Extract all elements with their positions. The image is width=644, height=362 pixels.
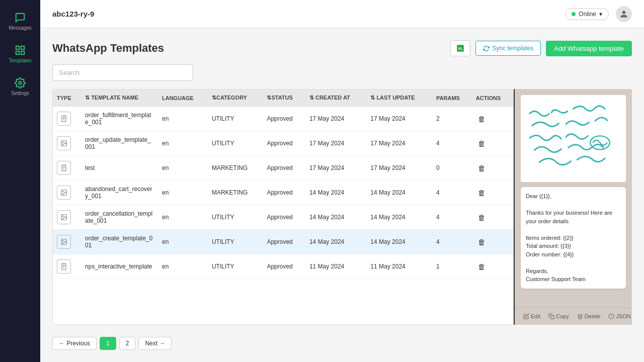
cell-category: MARKETING	[208, 180, 263, 205]
prev-page-button[interactable]: ← Previous	[52, 337, 97, 350]
online-dot	[572, 12, 576, 16]
col-status[interactable]: ⇅STATUS	[263, 89, 305, 107]
preview-edit-label: Edit	[531, 313, 540, 319]
delete-row-button[interactable]: 🗑	[476, 163, 488, 173]
type-img-icon	[57, 186, 71, 200]
preview-copy-label: Copy	[556, 313, 569, 319]
svg-text:XL: XL	[458, 46, 463, 51]
page-2-button[interactable]: 2	[119, 337, 136, 350]
cell-params: 2	[432, 107, 472, 131]
cell-updated: 17 May 2024	[366, 107, 432, 131]
next-page-button[interactable]: Next →	[138, 337, 172, 350]
page-content: WhatsApp Templates XL Sync templates Add…	[40, 28, 644, 362]
cell-created: 14 May 2024	[305, 205, 366, 230]
cell-language: en	[158, 254, 208, 279]
table-row[interactable]: order_create_template_001 en UTILITY App…	[53, 230, 513, 254]
svg-rect-0	[16, 46, 19, 49]
preview-text: Dear {{1}},Thanks for your business! Her…	[526, 193, 612, 282]
cell-category: UTILITY	[208, 131, 263, 156]
preview-edit-button[interactable]: Edit	[521, 312, 543, 321]
add-template-label: Add Whatsapp template	[554, 45, 624, 52]
page-title: WhatsApp Templates	[52, 42, 164, 55]
svg-point-4	[19, 81, 22, 84]
delete-row-button[interactable]: 🗑	[476, 261, 488, 272]
cell-actions: 🗑	[472, 254, 513, 279]
svg-rect-2	[21, 51, 24, 54]
table-preview-row: TYPE ⇅ TEMPLATE NAME LANGUAGE ⇅CATEGORY …	[52, 89, 632, 325]
col-language: LANGUAGE	[158, 89, 208, 107]
cell-status: Approved	[263, 254, 305, 279]
cell-updated: 17 May 2024	[366, 131, 432, 156]
cell-created: 17 May 2024	[305, 156, 366, 180]
sidebar-item-messages[interactable]: Messages	[0, 5, 40, 38]
preview-json-button[interactable]: JSON	[606, 312, 632, 321]
excel-export-button[interactable]: XL	[450, 40, 470, 56]
table-row[interactable]: nps_interactive_template en UTILITY Appr…	[53, 254, 513, 279]
preview-copy-button[interactable]: Copy	[546, 312, 572, 321]
table-row[interactable]: abandoned_cart_recovery_001 en MARKETING…	[53, 180, 513, 205]
sidebar-item-settings[interactable]: Settings	[0, 70, 40, 103]
cell-language: en	[158, 107, 208, 131]
sidebar-label-settings: Settings	[11, 90, 29, 96]
cell-status: Approved	[263, 107, 305, 131]
type-img-icon	[57, 235, 71, 249]
cell-name: test	[81, 156, 158, 180]
sync-templates-button[interactable]: Sync templates	[475, 41, 541, 56]
sidebar: Messages Templates Settings	[0, 0, 40, 362]
delete-row-button[interactable]: 🗑	[476, 138, 488, 149]
cell-name: order_fulfillment_template_001	[81, 107, 158, 131]
table-row[interactable]: order_cancellation_template_001 en UTILI…	[53, 205, 513, 230]
preview-json-label: JSON	[616, 313, 630, 319]
cell-language: en	[158, 156, 208, 180]
cell-actions: 🗑	[472, 205, 513, 230]
type-doc-icon	[57, 161, 71, 175]
online-status[interactable]: Online ▾	[565, 8, 609, 20]
search-input[interactable]	[52, 64, 193, 81]
delete-row-button[interactable]: 🗑	[476, 237, 488, 247]
col-created[interactable]: ⇅ CREATED AT	[305, 89, 366, 107]
cell-created: 17 May 2024	[305, 131, 366, 156]
table-row[interactable]: test en MARKETING Approved 17 May 2024 1…	[53, 156, 513, 180]
cell-params: 4	[432, 230, 472, 254]
sidebar-label-templates: Templates	[9, 58, 32, 63]
type-doc-icon	[57, 259, 71, 274]
col-category[interactable]: ⇅CATEGORY	[208, 89, 263, 107]
cell-type	[53, 107, 81, 131]
preview-image-area	[521, 95, 626, 182]
col-name[interactable]: ⇅ TEMPLATE NAME	[81, 89, 158, 107]
page-1-button[interactable]: 1	[100, 337, 116, 350]
preview-actions: Edit Copy Delete JSON	[515, 307, 632, 325]
table-row[interactable]: order_update_template_001 en UTILITY App…	[53, 131, 513, 156]
preview-delete-label: Delete	[585, 313, 601, 319]
table-row[interactable]: order_fulfillment_template_001 en UTILIT…	[53, 107, 513, 131]
delete-row-button[interactable]: 🗑	[476, 188, 488, 198]
sidebar-item-templates[interactable]: Templates	[0, 38, 40, 70]
cell-params: 4	[432, 180, 472, 205]
add-template-button[interactable]: Add Whatsapp template	[546, 41, 632, 56]
cell-language: en	[158, 205, 208, 230]
cell-category: UTILITY	[208, 205, 263, 230]
type-img-icon	[57, 210, 71, 224]
cell-name: order_create_template_001	[81, 230, 158, 254]
cell-language: en	[158, 180, 208, 205]
cell-type	[53, 254, 81, 279]
col-updated[interactable]: ⇅ LAST UPDATE	[366, 89, 432, 107]
cell-category: UTILITY	[208, 254, 263, 279]
cell-actions: 🗑	[472, 230, 513, 254]
cell-language: en	[158, 230, 208, 254]
user-avatar-button[interactable]	[616, 6, 632, 22]
cell-type	[53, 131, 81, 156]
online-label: Online	[579, 11, 596, 18]
sync-label: Sync templates	[492, 45, 533, 52]
delete-row-button[interactable]: 🗑	[476, 212, 488, 223]
templates-table-wrapper: TYPE ⇅ TEMPLATE NAME LANGUAGE ⇅CATEGORY …	[52, 89, 514, 325]
cell-actions: 🗑	[472, 107, 513, 131]
delete-row-button[interactable]: 🗑	[476, 114, 488, 124]
online-chevron: ▾	[599, 11, 602, 18]
cell-name: order_cancellation_template_001	[81, 205, 158, 230]
cell-type	[53, 180, 81, 205]
search-container	[52, 64, 193, 81]
preview-delete-button[interactable]: Delete	[575, 312, 603, 321]
cell-status: Approved	[263, 156, 305, 180]
cell-name: order_update_template_001	[81, 131, 158, 156]
